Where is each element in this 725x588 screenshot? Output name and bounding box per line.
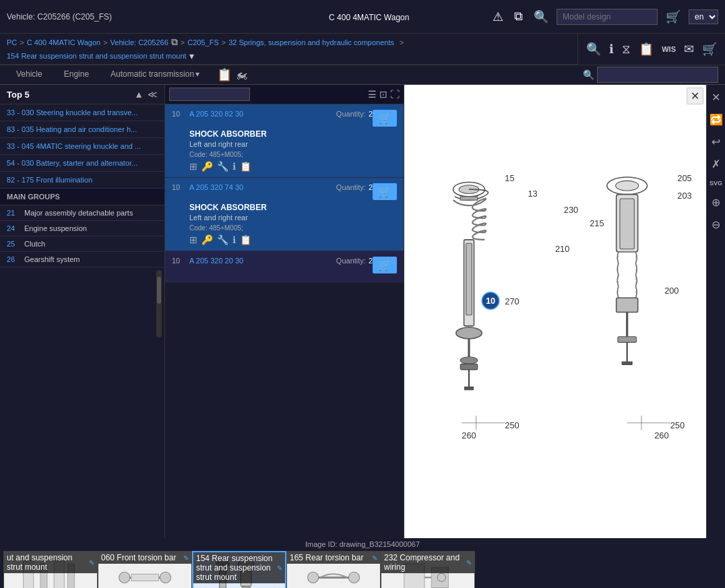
rp-svg-icon[interactable]: SVG [707, 178, 724, 189]
breadcrumb-springs[interactable]: 32 Springs, suspension and hydraulic com… [228, 38, 394, 46]
parts-list: 10 A 205 320 82 30 Quantity: 2 🛒 SHOCK A… [165, 104, 404, 538]
add-to-cart-btn-0[interactable]: 🛒 [373, 110, 397, 127]
breadcrumb-copy-icon[interactable]: ⧉ [171, 36, 178, 48]
copy-icon[interactable]: ⧉ [511, 7, 526, 26]
thumb-item-4[interactable]: 232 Compressor and wiring ✎ [381, 551, 475, 588]
part-table-icon-0[interactable]: ⊞ [189, 161, 197, 172]
tab-vehicle[interactable]: Vehicle [7, 65, 52, 84]
top5-item-0[interactable]: 33 - 030 Steering knuckle and transve... [0, 104, 164, 121]
svg-point-45 [119, 572, 129, 583]
sidebar-header-icons: ▲ ≪ [134, 89, 158, 100]
tab-search-icon[interactable]: 🔍 [583, 69, 594, 80]
diagram-close-btn[interactable]: ✕ [687, 88, 703, 104]
part-info-icon-0[interactable]: ℹ [232, 161, 236, 172]
parts-expand-icon[interactable]: ⊡ [379, 89, 387, 100]
svg-point-7 [460, 357, 478, 364]
thumb-item-3[interactable]: 165 Rear torsion bar ✎ [286, 551, 381, 588]
part-item-1[interactable]: 10 A 205 320 74 30 Quantity: 2 🛒 SHOCK A… [165, 178, 404, 251]
add-to-cart-btn-2[interactable]: 🛒 [373, 257, 397, 273]
part-item-2[interactable]: 10 A 205 320 20 30 Quantity: 2 🛒 [165, 251, 404, 282]
breadcrumb-pc[interactable]: PC [7, 38, 17, 46]
add-to-cart-btn-1[interactable]: 🛒 [373, 183, 397, 200]
part-doc-icon-1[interactable]: 📋 [240, 234, 251, 245]
group-item-25[interactable]: 25 Clutch [0, 236, 164, 252]
info-icon[interactable]: ℹ [608, 40, 615, 58]
rp-zoom-out-icon[interactable]: ⊖ [710, 216, 722, 233]
svg-text:250: 250 [505, 420, 519, 430]
svg-rect-2 [460, 197, 478, 200]
svg-rect-8 [460, 364, 478, 370]
svg-rect-4 [466, 243, 472, 315]
group-item-21[interactable]: 21 Major assembly detachable parts [0, 205, 164, 221]
rp-x-icon[interactable]: ✗ [710, 156, 722, 172]
svg-text:10: 10 [486, 296, 495, 306]
rp-close-icon[interactable]: ✕ [710, 89, 722, 106]
thumb-edit-icon-0[interactable]: ✎ [89, 559, 94, 566]
vehicle-info: Vehicle: C205266 (C205_FS) [7, 12, 249, 22]
top5-item-4[interactable]: 82 - 175 Front illumination [0, 172, 164, 189]
thumb-item-1[interactable]: 060 Front torsion bar ✎ [98, 551, 192, 588]
tab-automatic-transmission[interactable]: Automatic transmission ▾ [101, 65, 209, 84]
tab-extra-icon-1[interactable]: 📋 [217, 67, 232, 82]
mail-icon[interactable]: ✉ [683, 40, 695, 58]
parts-list-icon[interactable]: ☰ [368, 89, 377, 100]
group-item-26[interactable]: 26 Gearshift system [0, 252, 164, 267]
tab-search-area: 🔍 [583, 67, 718, 83]
svg-text:230: 230 [564, 205, 578, 215]
breadcrumb-wagon[interactable]: C 400 4MATIC Wagon [27, 38, 100, 46]
thumb-edit-icon-2[interactable]: ✎ [277, 564, 282, 572]
model-design-input[interactable] [557, 9, 658, 25]
part-item-0[interactable]: 10 A 205 320 82 30 Quantity: 2 🛒 SHOCK A… [165, 104, 404, 178]
right-panel-icons: ✕ 🔁 ↩ ✗ SVG ⊕ ⊖ [706, 85, 725, 538]
part-key-icon-1[interactable]: 🔑 [201, 234, 213, 245]
rp-history-icon[interactable]: ↩ [710, 133, 722, 150]
diagram-area: ✕ 10 [404, 85, 706, 538]
svg-text:13: 13 [528, 189, 537, 199]
top5-item-2[interactable]: 33 - 045 4MATIC steering knuckle and ... [0, 138, 164, 155]
thumb-edit-icon-4[interactable]: ✎ [466, 559, 472, 566]
svg-text:15: 15 [505, 173, 514, 183]
rp-zoom-in-icon[interactable]: ⊕ [710, 194, 722, 211]
svg-point-46 [160, 572, 170, 583]
tab-search-input[interactable] [597, 67, 718, 83]
tab-engine[interactable]: Engine [55, 65, 98, 84]
breadcrumb-vehicle[interactable]: Vehicle: C205266 [111, 38, 168, 46]
breadcrumb-dropdown-icon[interactable]: ▾ [189, 51, 194, 61]
sidebar-expand-icon[interactable]: ≪ [148, 89, 158, 100]
breadcrumb-rear-suspension[interactable]: 154 Rear suspension strut and suspension… [7, 52, 187, 60]
svg-point-55 [307, 572, 318, 583]
parts-fullscreen-icon[interactable]: ⛶ [390, 89, 400, 100]
language-select[interactable]: en de fr [689, 9, 718, 24]
thumb-edit-icon-1[interactable]: ✎ [183, 554, 189, 562]
bottom-strip: Image ID: drawing_B32154000067 ut and su… [0, 538, 725, 588]
document-icon[interactable]: 📋 [637, 40, 655, 58]
part-wrench-icon-1[interactable]: 🔧 [217, 234, 228, 245]
top5-item-1[interactable]: 83 - 035 Heating and air conditioner h..… [0, 121, 164, 138]
thumb-item-2[interactable]: 154 Rear suspension strut and suspension… [192, 551, 286, 588]
cart-toolbar-icon[interactable]: 🛒 [701, 40, 718, 58]
breadcrumb-c205fs[interactable]: C205_FS [187, 38, 218, 46]
rp-zoom-icon[interactable]: 🔁 [707, 111, 725, 128]
sidebar-collapse-icon[interactable]: ▲ [134, 89, 144, 100]
search-icon-top[interactable]: 🔍 [531, 7, 551, 27]
zoom-icon[interactable]: 🔍 [585, 40, 602, 58]
sidebar-header: Top 5 ▲ ≪ [0, 85, 164, 104]
part-info-icon-1[interactable]: ℹ [232, 234, 236, 245]
vehicle-label: Vehicle: C205266 (C205_FS) [7, 12, 112, 22]
parts-filter-input[interactable] [169, 88, 250, 101]
thumb-item-0[interactable]: ut and suspension strut mount ✎ [3, 551, 98, 588]
cart-top-icon[interactable]: 🛒 [663, 7, 683, 27]
wis-icon[interactable]: WIS [660, 44, 677, 55]
part-wrench-icon-0[interactable]: 🔧 [217, 161, 228, 172]
tab-extra-icon-2[interactable]: 🏍 [236, 68, 248, 82]
svg-point-56 [348, 572, 359, 583]
filter-icon[interactable]: ⧖ [621, 41, 632, 58]
part-key-icon-0[interactable]: 🔑 [201, 161, 213, 172]
part-doc-icon-0[interactable]: 📋 [240, 161, 251, 172]
top5-item-3[interactable]: 54 - 030 Battery, starter and alternator… [0, 155, 164, 172]
group-item-24[interactable]: 24 Engine suspension [0, 221, 164, 236]
svg-text:203: 203 [677, 191, 691, 201]
warning-icon[interactable]: ⚠ [490, 7, 506, 27]
part-table-icon-1[interactable]: ⊞ [189, 234, 197, 245]
thumb-edit-icon-3[interactable]: ✎ [372, 554, 377, 562]
